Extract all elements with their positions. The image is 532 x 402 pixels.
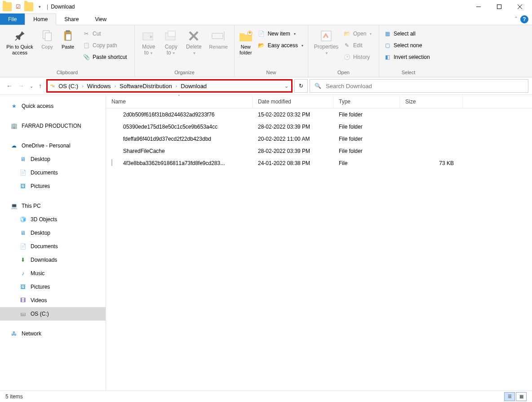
- copy-to-icon: [164, 29, 178, 43]
- delete-button[interactable]: Delete▼: [182, 27, 206, 56]
- sidebar-pc-os[interactable]: 🖴OS (C:): [0, 307, 106, 321]
- new-item-button[interactable]: 📄New item▾: [256, 29, 305, 39]
- folder-icon: [111, 147, 120, 155]
- group-label-new: New: [237, 69, 305, 77]
- tab-home[interactable]: Home: [25, 13, 56, 25]
- view-large-icons-button[interactable]: ▦: [516, 392, 527, 401]
- folder-icon: [111, 123, 120, 131]
- new-folder-icon: ✦: [239, 29, 253, 43]
- desktop-icon: 🖥: [19, 229, 27, 237]
- select-none-button[interactable]: ▢Select none: [382, 40, 432, 50]
- sidebar-quick-access[interactable]: ★Quick access: [0, 99, 106, 113]
- table-row[interactable]: 05390ede175d18e50c1c5ce9b653a4cc28-02-20…: [106, 121, 532, 133]
- edit-button[interactable]: ✎Edit: [341, 40, 373, 50]
- recent-locations-button[interactable]: ⌄: [30, 84, 33, 89]
- copy-button[interactable]: Copy: [37, 27, 58, 50]
- column-header-size[interactable]: Size: [400, 95, 463, 108]
- sidebar-od-documents[interactable]: 📄Documents: [0, 166, 106, 179]
- back-button[interactable]: ←: [6, 82, 13, 89]
- up-button[interactable]: ↑: [39, 82, 42, 89]
- view-details-button[interactable]: ☰: [504, 392, 515, 401]
- qat-folder-icon[interactable]: [24, 2, 33, 11]
- column-header-type[interactable]: Type: [333, 95, 400, 108]
- breadcrumb-overflow-icon[interactable]: «: [52, 83, 55, 89]
- file-type: File folder: [333, 148, 400, 154]
- move-to-button[interactable]: Move to▼: [137, 27, 160, 56]
- sidebar-onedrive[interactable]: ☁OneDrive - Personal: [0, 139, 106, 152]
- file-name: SharedFileCache: [123, 148, 165, 154]
- maximize-button[interactable]: [489, 0, 510, 13]
- sidebar-farrad[interactable]: 🏢FARRAD PRODUCTION: [0, 119, 106, 133]
- sidebar-od-desktop[interactable]: 🖥Desktop: [0, 152, 106, 166]
- tab-file[interactable]: File: [0, 13, 25, 25]
- table-row[interactable]: 2d0b509f616f31b8d244632ad9233f7615-02-20…: [106, 108, 532, 121]
- minimize-button[interactable]: [468, 0, 489, 13]
- new-folder-button[interactable]: ✦ New folder: [237, 27, 254, 56]
- invert-selection-button[interactable]: ◧Invert selection: [382, 52, 432, 62]
- sidebar-pc-music[interactable]: ♪Music: [0, 267, 106, 280]
- desktop-icon: 🖥: [19, 155, 27, 163]
- paste-button[interactable]: Paste: [58, 27, 78, 50]
- breadcrumb-part[interactable]: OS (C:): [57, 83, 80, 89]
- documents-icon: 📄: [19, 242, 27, 250]
- ribbon-tabs: File Home Share View ˄ ?: [0, 13, 532, 25]
- folder-icon: [111, 135, 120, 143]
- chevron-right-icon[interactable]: ›: [176, 83, 177, 89]
- sidebar-pc-videos[interactable]: 🎞Videos: [0, 294, 106, 307]
- svg-rect-8: [66, 34, 71, 40]
- sidebar-network[interactable]: 🖧Network: [0, 327, 106, 340]
- rename-icon: [211, 29, 226, 43]
- tab-share[interactable]: Share: [56, 13, 87, 25]
- ribbon-collapse-icon[interactable]: ˄: [514, 16, 518, 23]
- pin-to-quick-access-button[interactable]: Pin to Quick access: [3, 27, 37, 56]
- sidebar-pc-pictures[interactable]: 🖼Pictures: [0, 280, 106, 294]
- tab-view[interactable]: View: [87, 13, 115, 25]
- help-icon[interactable]: ?: [520, 15, 528, 23]
- search-input[interactable]: [326, 83, 523, 89]
- chevron-right-icon[interactable]: ›: [115, 83, 116, 89]
- address-dropdown-icon[interactable]: ⌄: [284, 83, 288, 89]
- ribbon: Pin to Quick access Copy Paste ✂Cut 📋Cop…: [0, 25, 532, 77]
- sidebar-od-pictures[interactable]: 🖼Pictures: [0, 179, 106, 193]
- select-all-button[interactable]: ▦Select all: [382, 29, 432, 39]
- paste-shortcut-icon: 📎: [83, 54, 90, 61]
- drive-icon: 🖴: [19, 310, 27, 318]
- close-button[interactable]: [510, 0, 530, 13]
- file-name: 05390ede175d18e50c1c5ce9b653a4cc: [123, 124, 217, 130]
- svg-rect-1: [497, 5, 501, 9]
- sidebar-this-pc[interactable]: 💻This PC: [0, 199, 106, 213]
- pin-icon: [13, 29, 27, 43]
- cut-button[interactable]: ✂Cut: [81, 29, 129, 39]
- properties-button[interactable]: Properties▼: [311, 27, 341, 56]
- rename-button[interactable]: Rename: [205, 27, 231, 50]
- qat-dropdown-icon[interactable]: ▾: [35, 2, 44, 11]
- column-header-date[interactable]: Date modified: [253, 95, 333, 108]
- sidebar-pc-documents[interactable]: 📄Documents: [0, 240, 106, 253]
- table-row[interactable]: fdeffa96f401d9d37ecd2f22db423dbd20-02-20…: [106, 133, 532, 145]
- forward-button[interactable]: →: [18, 82, 24, 89]
- history-button[interactable]: 🕑History: [341, 52, 373, 62]
- open-button[interactable]: 📂Open▾: [341, 29, 373, 39]
- breadcrumb-part[interactable]: Windows: [85, 83, 113, 89]
- sidebar-pc-downloads[interactable]: ⬇Downloads: [0, 253, 106, 267]
- sidebar-3d-objects[interactable]: 🧊3D Objects: [0, 213, 106, 226]
- table-row[interactable]: SharedFileCache28-02-2022 03:39 PMFile f…: [106, 145, 532, 157]
- sidebar-pc-desktop[interactable]: 🖥Desktop: [0, 226, 106, 240]
- address-bar[interactable]: « OS (C:) › Windows › SoftwareDistributi…: [46, 79, 293, 93]
- copy-to-button[interactable]: Copy to▼: [160, 27, 182, 56]
- table-row[interactable]: 4f3e8bba3362b9186811a73fd8fe9cd283...24-…: [106, 157, 532, 169]
- search-box[interactable]: 🔍: [310, 79, 528, 93]
- qat-properties-icon[interactable]: ☑: [13, 2, 22, 11]
- copy-path-button[interactable]: 📋Copy path: [81, 40, 129, 50]
- column-header-name[interactable]: ˄Name: [106, 95, 253, 108]
- breadcrumb-part[interactable]: Download: [179, 83, 208, 89]
- move-to-icon: [142, 29, 156, 43]
- network-icon: 🖧: [10, 330, 18, 338]
- easy-access-button[interactable]: 📂Easy access▾: [256, 40, 305, 50]
- file-date: 15-02-2022 03:32 PM: [253, 112, 333, 118]
- file-icon: [111, 159, 120, 167]
- breadcrumb-part[interactable]: SoftwareDistribution: [118, 83, 173, 89]
- refresh-button[interactable]: ↻: [294, 79, 308, 93]
- paste-shortcut-button[interactable]: 📎Paste shortcut: [81, 52, 129, 62]
- chevron-right-icon[interactable]: ›: [82, 83, 84, 89]
